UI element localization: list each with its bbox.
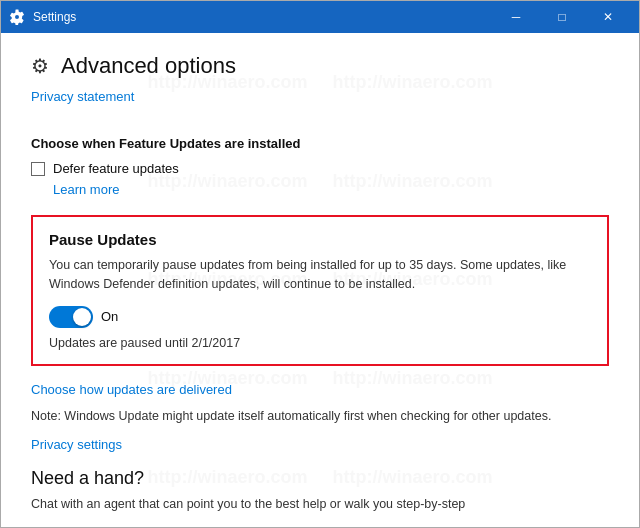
feature-updates-section-title: Choose when Feature Updates are installe… (31, 136, 609, 151)
pause-updates-section: Pause Updates You can temporarily pause … (31, 215, 609, 366)
pause-updates-title: Pause Updates (49, 231, 591, 248)
delivery-link[interactable]: Choose how updates are delivered (31, 382, 232, 397)
need-a-hand-description: Chat with an agent that can point you to… (31, 495, 609, 514)
titlebar-controls: ─ □ ✕ (493, 1, 631, 33)
toggle-label: On (101, 309, 118, 324)
defer-checkbox[interactable] (31, 162, 45, 176)
pause-updates-description: You can temporarily pause updates from b… (49, 256, 591, 294)
learn-more-link[interactable]: Learn more (53, 182, 119, 197)
titlebar-title: Settings (33, 10, 493, 24)
gear-icon: ⚙ (31, 54, 49, 78)
toggle-row[interactable]: On (49, 306, 591, 328)
privacy-settings-link[interactable]: Privacy settings (31, 437, 122, 452)
titlebar: Settings ─ □ ✕ (1, 1, 639, 33)
defer-feature-updates-row[interactable]: Defer feature updates (31, 161, 609, 176)
settings-window: Settings ─ □ ✕ http://winaero.com http:/… (0, 0, 640, 528)
pause-toggle[interactable] (49, 306, 93, 328)
maximize-button[interactable]: □ (539, 1, 585, 33)
defer-checkbox-label: Defer feature updates (53, 161, 179, 176)
settings-titlebar-icon (9, 9, 25, 25)
need-a-hand-title: Need a hand? (31, 468, 609, 489)
page-title: Advanced options (61, 53, 236, 79)
note-text: Note: Windows Update might update itself… (31, 407, 609, 426)
close-button[interactable]: ✕ (585, 1, 631, 33)
privacy-statement-link[interactable]: Privacy statement (31, 89, 134, 104)
minimize-button[interactable]: ─ (493, 1, 539, 33)
page-header: ⚙ Advanced options (31, 53, 609, 79)
content-area: ⚙ Advanced options Privacy statement Cho… (1, 33, 639, 527)
toggle-knob (73, 308, 91, 326)
pause-status-text: Updates are paused until 2/1/2017 (49, 336, 591, 350)
